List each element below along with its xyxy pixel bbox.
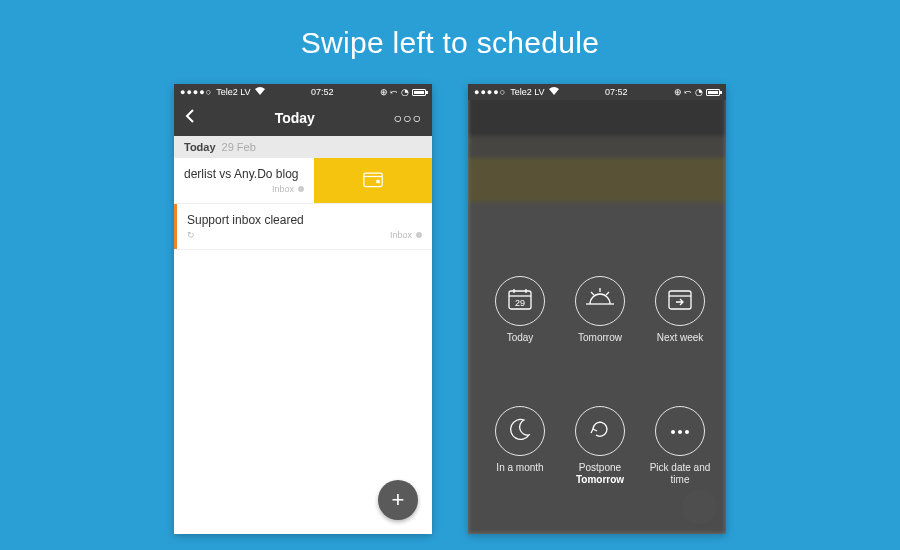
schedule-option-tomorrow[interactable]: Tomorrow	[562, 276, 638, 392]
task-row-swiped[interactable]: derlist vs Any.Do blog Inbox	[174, 158, 432, 204]
svg-rect-12	[669, 291, 691, 309]
task-folder: Inbox	[390, 230, 412, 240]
schedule-option-today[interactable]: 29 Today	[482, 276, 558, 392]
plus-icon: +	[392, 487, 405, 513]
svg-point-15	[678, 430, 682, 434]
sync-icon: ↻	[187, 230, 195, 240]
swipe-schedule-action[interactable]	[314, 158, 432, 203]
signal-dots-icon: ●●●●○	[180, 87, 212, 97]
dots-icon	[668, 422, 692, 440]
calendar-today-icon: 29	[507, 287, 533, 315]
folder-dot-icon	[298, 186, 304, 192]
schedule-grid: 29 Today	[468, 84, 726, 534]
phone-schedule-picker: ●●●●○ Tele2 LV 07:52 ⊕ ⤺ ◔	[468, 84, 726, 534]
navbar: Today ○○○	[174, 100, 432, 136]
svg-line-10	[591, 292, 594, 295]
status-icons: ⊕ ⤺ ◔	[380, 87, 409, 97]
task-row[interactable]: Support inbox cleared ↻ Inbox	[174, 204, 432, 250]
task-folder: Inbox	[272, 184, 294, 194]
schedule-option-in-a-month[interactable]: In a month	[482, 406, 558, 534]
schedule-label: Today	[507, 332, 534, 345]
wifi-icon	[255, 87, 265, 97]
schedule-label: Postpone	[579, 462, 621, 475]
svg-line-11	[606, 292, 609, 295]
fab-shadow	[682, 490, 716, 524]
folder-dot-icon	[416, 232, 422, 238]
schedule-option-next-week[interactable]: Next week	[642, 276, 718, 392]
task-body[interactable]: derlist vs Any.Do blog Inbox	[174, 158, 314, 203]
task-title: derlist vs Any.Do blog	[184, 167, 304, 181]
page-caption: Swipe left to schedule	[0, 0, 900, 60]
section-date: 29 Feb	[222, 141, 256, 153]
cycle-icon	[588, 417, 612, 445]
section-header: Today 29 Feb	[174, 136, 432, 158]
clock-label: 07:52	[311, 87, 334, 97]
schedule-option-postpone[interactable]: Postpone Tomorrow	[562, 406, 638, 534]
phone-row: ●●●●○ Tele2 LV 07:52 ⊕ ⤺ ◔ Today ○○○ Tod…	[0, 84, 900, 534]
sunrise-icon	[586, 288, 614, 314]
schedule-label: In a month	[496, 462, 543, 475]
schedule-label: Next week	[657, 332, 704, 345]
schedule-sublabel: Tomorrow	[576, 474, 624, 485]
svg-text:29: 29	[515, 298, 525, 308]
calendar-next-icon	[667, 287, 693, 315]
more-icon[interactable]: ○○○	[394, 110, 422, 126]
status-bar: ●●●●○ Tele2 LV 07:52 ⊕ ⤺ ◔	[174, 84, 432, 100]
phone-today-list: ●●●●○ Tele2 LV 07:52 ⊕ ⤺ ◔ Today ○○○ Tod…	[174, 84, 432, 534]
schedule-label: Tomorrow	[578, 332, 622, 345]
moon-icon	[508, 417, 532, 445]
section-title: Today	[184, 141, 216, 153]
task-title: Support inbox cleared	[187, 213, 422, 227]
calendar-icon	[363, 170, 383, 192]
add-task-button[interactable]: +	[378, 480, 418, 520]
svg-rect-2	[376, 179, 379, 182]
battery-icon	[412, 89, 426, 96]
svg-point-14	[671, 430, 675, 434]
svg-point-16	[685, 430, 689, 434]
schedule-label: Pick date and time	[642, 462, 718, 487]
task-body[interactable]: Support inbox cleared ↻ Inbox	[177, 204, 432, 249]
carrier-label: Tele2 LV	[216, 87, 250, 97]
back-icon[interactable]	[184, 109, 196, 127]
navbar-title: Today	[275, 110, 315, 126]
